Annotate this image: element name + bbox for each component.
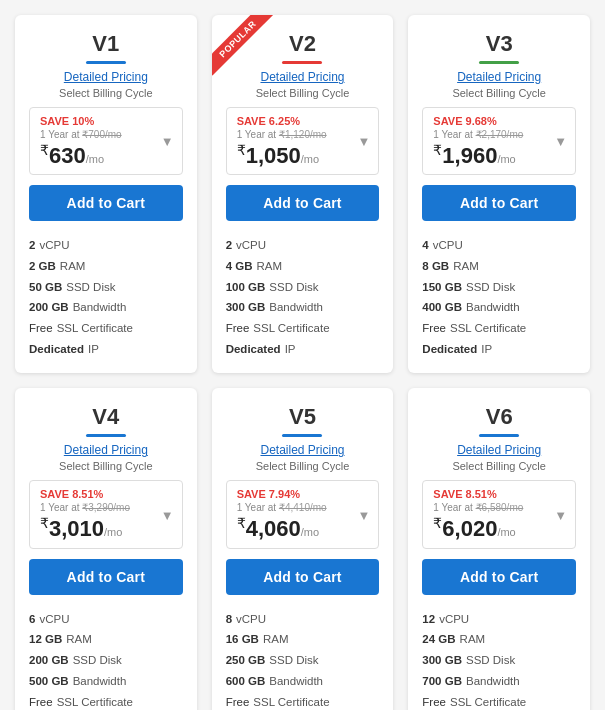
plan-title: V2 [289, 31, 316, 57]
spec-label: SSD Disk [73, 650, 122, 671]
spec-value: 700 GB [422, 671, 462, 692]
dropdown-arrow-icon[interactable]: ▼ [357, 507, 370, 522]
original-price: ₹3,290/mo [82, 502, 130, 513]
save-badge: SAVE 8.51% [433, 488, 565, 500]
price-box[interactable]: SAVE 10% 1 Year at ₹700/mo ₹630/mo ▼ [29, 107, 183, 175]
spec-row: Dedicated IP [226, 339, 380, 360]
add-to-cart-button[interactable]: Add to Cart [422, 559, 576, 595]
spec-label: vCPU [39, 609, 69, 630]
spec-value: 12 GB [29, 629, 62, 650]
spec-row: 100 GB SSD Disk [226, 277, 380, 298]
spec-value: 24 GB [422, 629, 455, 650]
detailed-pricing-link[interactable]: Detailed Pricing [260, 443, 344, 457]
spec-label: IP [285, 339, 296, 360]
spec-free-label: Free [422, 318, 446, 339]
price-box[interactable]: SAVE 9.68% 1 Year at ₹2,170/mo ₹1,960/mo… [422, 107, 576, 175]
spec-value: 100 GB [226, 277, 266, 298]
dropdown-arrow-icon[interactable]: ▼ [161, 507, 174, 522]
specs-list: 8 vCPU 16 GB RAM 250 GB SSD Disk 600 GB … [226, 609, 380, 710]
spec-label: SSL Certificate [450, 318, 526, 339]
spec-dedicated-label: Dedicated [422, 339, 477, 360]
spec-row: 4 vCPU [422, 235, 576, 256]
plan-divider [479, 434, 519, 437]
spec-row: 250 GB SSD Disk [226, 650, 380, 671]
save-badge: SAVE 8.51% [40, 488, 172, 500]
add-to-cart-button[interactable]: Add to Cart [226, 559, 380, 595]
plan-title: V6 [486, 404, 513, 430]
price-box[interactable]: SAVE 7.94% 1 Year at ₹4,410/mo ₹4,060/mo… [226, 480, 380, 548]
save-badge: SAVE 9.68% [433, 115, 565, 127]
spec-label: RAM [453, 256, 479, 277]
spec-value: 4 [422, 235, 428, 256]
detailed-pricing-link[interactable]: Detailed Pricing [457, 443, 541, 457]
spec-row: 500 GB Bandwidth [29, 671, 183, 692]
original-price: ₹700/mo [82, 129, 121, 140]
rupee-symbol: ₹ [433, 515, 442, 531]
spec-free-label: Free [226, 692, 250, 710]
spec-value: 500 GB [29, 671, 69, 692]
add-to-cart-button[interactable]: Add to Cart [226, 185, 380, 221]
plan-card-v3: V3 Detailed Pricing Select Billing Cycle… [408, 15, 590, 373]
spec-value: 12 [422, 609, 435, 630]
spec-row: 8 vCPU [226, 609, 380, 630]
billing-label: Select Billing Cycle [59, 460, 153, 472]
spec-value: 400 GB [422, 297, 462, 318]
price-box[interactable]: SAVE 8.51% 1 Year at ₹3,290/mo ₹3,010/mo… [29, 480, 183, 548]
add-to-cart-button[interactable]: Add to Cart [422, 185, 576, 221]
plan-divider [86, 61, 126, 64]
year-at: 1 Year at ₹6,580/mo [433, 502, 565, 513]
spec-row: 700 GB Bandwidth [422, 671, 576, 692]
spec-value: 150 GB [422, 277, 462, 298]
billing-label: Select Billing Cycle [256, 87, 350, 99]
plan-title: V4 [92, 404, 119, 430]
spec-value: 200 GB [29, 650, 69, 671]
spec-value: 6 [29, 609, 35, 630]
detailed-pricing-link[interactable]: Detailed Pricing [260, 70, 344, 84]
original-price: ₹6,580/mo [476, 502, 524, 513]
spec-value: 600 GB [226, 671, 266, 692]
plan-card-v2: V2 Detailed Pricing Select Billing Cycle… [212, 15, 394, 373]
dropdown-arrow-icon[interactable]: ▼ [554, 134, 567, 149]
spec-row: 200 GB SSD Disk [29, 650, 183, 671]
spec-row: 16 GB RAM [226, 629, 380, 650]
spec-label: SSL Certificate [57, 692, 133, 710]
price-box[interactable]: SAVE 6.25% 1 Year at ₹1,120/mo ₹1,050/mo… [226, 107, 380, 175]
spec-value: 16 GB [226, 629, 259, 650]
year-at: 1 Year at ₹700/mo [40, 129, 172, 140]
spec-label: Bandwidth [73, 671, 127, 692]
spec-row: Free SSL Certificate [226, 692, 380, 710]
rupee-symbol: ₹ [433, 142, 442, 158]
spec-value: 2 [226, 235, 232, 256]
spec-value: 4 GB [226, 256, 253, 277]
plan-card-v4: V4 Detailed Pricing Select Billing Cycle… [15, 388, 197, 710]
spec-row: 600 GB Bandwidth [226, 671, 380, 692]
spec-label: IP [481, 339, 492, 360]
detailed-pricing-link[interactable]: Detailed Pricing [64, 443, 148, 457]
add-to-cart-button[interactable]: Add to Cart [29, 559, 183, 595]
billing-label: Select Billing Cycle [59, 87, 153, 99]
spec-row: 2 vCPU [29, 235, 183, 256]
dropdown-arrow-icon[interactable]: ▼ [357, 134, 370, 149]
detailed-pricing-link[interactable]: Detailed Pricing [457, 70, 541, 84]
spec-row: Free SSL Certificate [422, 692, 576, 710]
spec-dedicated-label: Dedicated [226, 339, 281, 360]
dropdown-arrow-icon[interactable]: ▼ [554, 507, 567, 522]
price-box[interactable]: SAVE 8.51% 1 Year at ₹6,580/mo ₹6,020/mo… [422, 480, 576, 548]
dropdown-arrow-icon[interactable]: ▼ [161, 134, 174, 149]
spec-label: Bandwidth [73, 297, 127, 318]
spec-row: Dedicated IP [422, 339, 576, 360]
original-price: ₹4,410/mo [279, 502, 327, 513]
spec-label: Bandwidth [269, 671, 323, 692]
spec-label: vCPU [439, 609, 469, 630]
plan-title: V5 [289, 404, 316, 430]
spec-row: 200 GB Bandwidth [29, 297, 183, 318]
add-to-cart-button[interactable]: Add to Cart [29, 185, 183, 221]
detailed-pricing-link[interactable]: Detailed Pricing [64, 70, 148, 84]
spec-row: 50 GB SSD Disk [29, 277, 183, 298]
spec-value: 50 GB [29, 277, 62, 298]
year-at: 1 Year at ₹3,290/mo [40, 502, 172, 513]
price-main: ₹3,010/mo [40, 516, 172, 540]
plan-divider [479, 61, 519, 64]
spec-label: vCPU [236, 609, 266, 630]
rupee-symbol: ₹ [40, 142, 49, 158]
